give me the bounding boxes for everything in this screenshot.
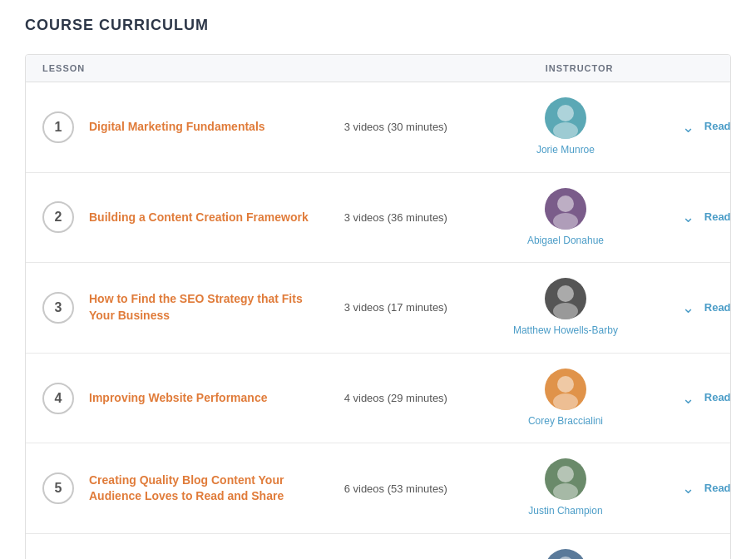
svg-point-4	[557, 285, 574, 302]
svg-point-0	[557, 105, 574, 121]
svg-point-9	[553, 483, 578, 500]
lesson-info-4: Improving Website Performance	[89, 390, 344, 407]
read-more-button-4[interactable]: Read more	[704, 391, 731, 405]
svg-point-5	[553, 303, 578, 319]
lesson-meta-5: 6 videos (53 minutes)	[344, 482, 492, 495]
instructor-block-2: Abigael Donahue	[492, 188, 640, 248]
lesson-row: 3 How to Find the SEO Strategy that Fits…	[26, 263, 730, 354]
lesson-title-1: Digital Marketing Fundamentals	[89, 119, 331, 136]
lesson-info-5: Creating Quality Blog Content Your Audie…	[89, 472, 344, 505]
instructor-block-4: Corey Braccialini	[492, 369, 640, 428]
lesson-number-3: 3	[42, 292, 74, 324]
lesson-row: 6 How to Create a Successful Video Marke…	[26, 534, 730, 559]
avatar-face-6	[545, 549, 586, 559]
row-actions-5: ⌄ Read more	[640, 479, 731, 497]
svg-point-3	[553, 213, 578, 230]
avatar-5	[545, 458, 586, 500]
lesson-info-3: How to Find the SEO Strategy that Fits Y…	[89, 291, 344, 324]
row-actions-1: ⌄ Read more	[640, 118, 731, 136]
chevron-icon-3[interactable]: ⌄	[682, 299, 694, 317]
avatar-1	[545, 97, 586, 139]
lesson-info-1: Digital Marketing Fundamentals	[89, 119, 344, 136]
lesson-number-1: 1	[42, 111, 74, 143]
lesson-number-4: 4	[42, 383, 74, 414]
lesson-meta-2: 3 videos (36 minutes)	[344, 211, 492, 224]
row-actions-3: ⌄ Read more	[640, 299, 731, 317]
lesson-title-5: Creating Quality Blog Content Your Audie…	[89, 472, 331, 505]
instructor-name-3: Matthew Howells-Barby	[513, 324, 618, 338]
page-title: COURSE CURRICULUM	[25, 17, 731, 34]
instructor-block-6: Justin Champion	[492, 549, 640, 559]
lesson-row: 4 Improving Website Performance 4 videos…	[26, 354, 730, 444]
lesson-number-5: 5	[42, 472, 74, 504]
svg-point-6	[557, 376, 574, 393]
table-header: LESSON INSTRUCTOR	[26, 55, 730, 82]
lesson-title-3: How to Find the SEO Strategy that Fits Y…	[89, 291, 331, 324]
rows-container: 1 Digital Marketing Fundamentals 3 video…	[26, 82, 730, 559]
chevron-icon-5[interactable]: ⌄	[682, 479, 694, 497]
lesson-title-4: Improving Website Performance	[89, 390, 331, 407]
instructor-name-4: Corey Braccialini	[528, 415, 603, 428]
lesson-title-2: Building a Content Creation Framework	[89, 210, 331, 226]
curriculum-table: LESSON INSTRUCTOR 1 Digital Marketing Fu…	[25, 54, 731, 559]
read-more-button-1[interactable]: Read more	[704, 120, 731, 134]
avatar-4	[545, 369, 586, 410]
lesson-row: 5 Creating Quality Blog Content Your Aud…	[26, 443, 730, 534]
avatar-6	[545, 549, 586, 559]
instructor-name-5: Justin Champion	[528, 505, 602, 518]
avatar-face-2	[545, 188, 586, 230]
avatar-face-5	[545, 458, 586, 500]
svg-point-1	[553, 122, 578, 139]
svg-point-2	[557, 195, 574, 212]
lesson-meta-3: 3 videos (17 minutes)	[344, 301, 492, 314]
instructor-block-3: Matthew Howells-Barby	[492, 278, 640, 338]
chevron-icon-4[interactable]: ⌄	[682, 389, 694, 408]
header-lesson: LESSON	[42, 63, 445, 73]
read-more-button-3[interactable]: Read more	[704, 301, 731, 315]
chevron-icon-2[interactable]: ⌄	[682, 208, 694, 226]
lesson-meta-4: 4 videos (29 minutes)	[344, 392, 492, 404]
lesson-meta-1: 3 videos (30 minutes)	[344, 121, 492, 133]
svg-point-7	[553, 393, 578, 410]
lesson-number-2: 2	[42, 201, 74, 233]
instructor-name-2: Abigael Donahue	[527, 235, 604, 248]
read-more-button-2[interactable]: Read more	[704, 210, 731, 225]
lesson-info-2: Building a Content Creation Framework	[89, 210, 344, 226]
instructor-name-1: Jorie Munroe	[536, 144, 595, 157]
lesson-row: 2 Building a Content Creation Framework …	[26, 173, 730, 264]
instructor-block-1: Jorie Munroe	[492, 97, 640, 157]
instructor-block-5: Justin Champion	[492, 458, 640, 518]
avatar-face-4	[545, 369, 586, 410]
row-actions-2: ⌄ Read more	[640, 208, 731, 226]
avatar-face-1	[545, 97, 586, 139]
avatar-2	[545, 188, 586, 230]
chevron-icon-1[interactable]: ⌄	[682, 118, 694, 136]
lesson-row: 1 Digital Marketing Fundamentals 3 video…	[26, 82, 730, 173]
row-actions-4: ⌄ Read more	[640, 389, 731, 408]
read-more-button-5[interactable]: Read more	[704, 482, 731, 496]
avatar-3	[545, 278, 586, 319]
avatar-face-3	[545, 278, 586, 319]
header-instructor: INSTRUCTOR	[445, 63, 714, 73]
svg-point-8	[557, 466, 574, 482]
